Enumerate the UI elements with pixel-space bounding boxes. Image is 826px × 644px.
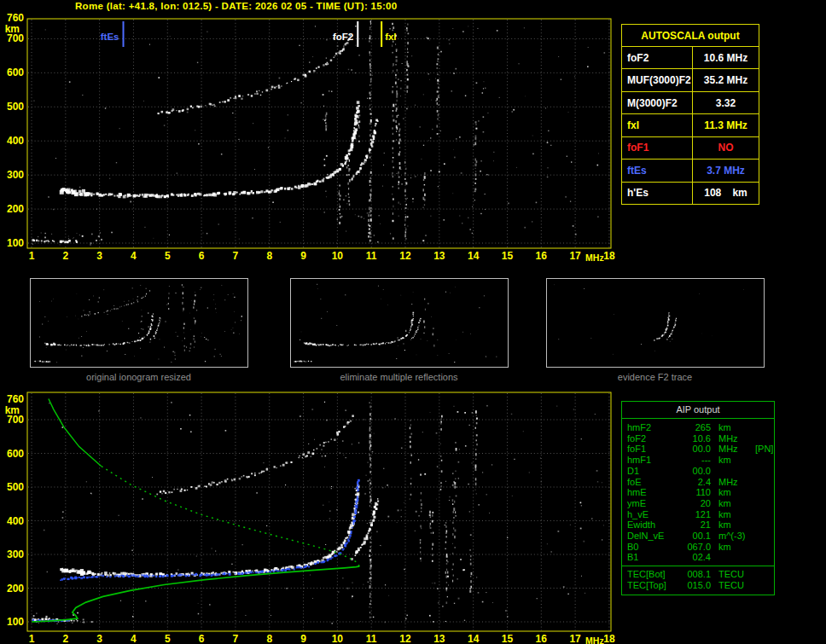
autoscala-output-table: AUTOSCALA output foF210.6 MHzMUF(3000)F2… <box>621 24 759 205</box>
svg-text:400: 400 <box>7 135 24 147</box>
thumbnail-plot-0 <box>31 279 248 368</box>
aip-row-B0: B0067.0km <box>622 542 774 553</box>
svg-text:300: 300 <box>7 548 24 560</box>
svg-text:200: 200 <box>7 203 24 215</box>
svg-text:100: 100 <box>7 616 24 628</box>
aip-row-hmF2: hmF2265km <box>622 422 774 433</box>
aip-tec-rows: TEC[Bot]008.1TECUTEC[Top]015.0TECU <box>622 569 774 590</box>
svg-text:200: 200 <box>7 583 24 595</box>
thumbnail-plot-1 <box>291 279 509 368</box>
thumbnail-caption-original: original ionogram resized <box>30 372 247 382</box>
aip-row-foF2: foF210.6MHz <box>622 433 774 444</box>
aip-row-hmE: hmE110km <box>622 487 774 498</box>
aip-row-foE: foE2.4MHz <box>622 477 774 488</box>
aip-row-DelN_vE: DelN_vE00.1m^(-3) <box>622 531 774 542</box>
svg-text:14: 14 <box>468 633 480 644</box>
svg-text:12: 12 <box>399 250 411 262</box>
svg-text:16: 16 <box>536 250 548 262</box>
svg-text:7: 7 <box>233 633 239 644</box>
autoscala-row-MUF(3000)F2: MUF(3000)F235.2 MHz <box>622 69 759 91</box>
autoscala-param-value: 3.7 MHz <box>693 160 759 181</box>
autoscala-param-name: ftEs <box>622 160 693 181</box>
thumbnail-caption-eliminate: eliminate multiple reflections <box>290 372 508 382</box>
svg-text:8: 8 <box>266 633 272 644</box>
aip-row-ymE: ymE20km <box>622 498 774 509</box>
svg-text:14: 14 <box>468 250 480 262</box>
svg-text:MHz: MHz <box>585 252 604 263</box>
aip-table-title: AIP output <box>622 402 774 419</box>
aip-row-Ewidth: Ewidth21km <box>622 519 774 531</box>
thumbnail-plot-2 <box>547 279 765 368</box>
svg-text:18: 18 <box>603 250 615 262</box>
autoscala-window: Rome (lat: +41.8, lon: 012.5) - DATE: 20… <box>0 0 826 644</box>
svg-text:9: 9 <box>300 250 306 262</box>
electron-density-profile-topside-dotted <box>102 467 360 566</box>
autoscala-param-value: 10.6 MHz <box>693 47 759 68</box>
svg-text:100: 100 <box>7 237 24 249</box>
aip-tec-divider <box>622 566 774 566</box>
svg-text:7: 7 <box>233 250 239 262</box>
aip-row-D1: D100.0 <box>622 466 774 477</box>
autoscala-param-value: 3.32 <box>693 92 759 113</box>
aip-output-table: AIP output hmF2265kmfoF210.6MHzfoF100.0M… <box>621 401 775 595</box>
svg-text:2: 2 <box>62 250 68 262</box>
thumbnail-caption-evidence: evidence F2 trace <box>546 372 764 382</box>
svg-text:4: 4 <box>131 633 137 644</box>
svg-text:16: 16 <box>536 633 548 644</box>
aip-row-TEC[Bot]: TEC[Bot]008.1TECU <box>622 569 774 580</box>
svg-text:600: 600 <box>7 448 24 460</box>
svg-text:12: 12 <box>399 633 411 644</box>
autoscala-row-foF2: foF210.6 MHz <box>622 47 759 69</box>
svg-text:10: 10 <box>332 633 344 644</box>
svg-text:400: 400 <box>7 515 24 527</box>
svg-text:760: 760 <box>7 12 24 24</box>
svg-text:11: 11 <box>366 633 377 644</box>
svg-text:1: 1 <box>29 633 35 644</box>
svg-text:600: 600 <box>7 67 24 78</box>
svg-text:13: 13 <box>433 250 445 262</box>
autoscala-param-name: fxI <box>622 114 693 136</box>
svg-text:1: 1 <box>29 250 35 262</box>
autoscala-param-name: foF2 <box>622 47 693 68</box>
autoscala-row-M(3000)F2: M(3000)F23.32 <box>622 92 759 114</box>
aip-row-TEC[Top]: TEC[Top]015.0TECU <box>622 580 774 591</box>
svg-text:4: 4 <box>131 250 137 262</box>
svg-text:km: km <box>5 23 20 35</box>
svg-text:8: 8 <box>266 250 272 262</box>
svg-text:MHz: MHz <box>585 635 604 644</box>
svg-text:5: 5 <box>165 250 171 262</box>
autoscala-param-value: 35.2 MHz <box>693 69 759 90</box>
svg-text:15: 15 <box>502 633 514 644</box>
svg-text:18: 18 <box>603 633 615 644</box>
electron-density-profile-topside-upper <box>49 399 102 467</box>
autoscala-table-rows: foF210.6 MHzMUF(3000)F235.2 MHzM(3000)F2… <box>622 47 759 204</box>
bottom-ionogram-plot: 123456789101112131415161718MHz7607006005… <box>5 392 615 644</box>
svg-text:13: 13 <box>433 633 445 644</box>
svg-text:15: 15 <box>502 250 514 262</box>
top-ionogram-plot: 123456789101112131415161718MHz7607006005… <box>5 12 615 263</box>
svg-text:17: 17 <box>569 633 581 644</box>
svg-text:500: 500 <box>7 481 24 493</box>
svg-text:760: 760 <box>7 393 24 405</box>
autoscala-row-foF1: foF1NO <box>622 137 759 160</box>
autoscala-row-fxI: fxI11.3 MHz <box>622 114 759 136</box>
svg-text:3: 3 <box>96 633 102 644</box>
svg-text:11: 11 <box>366 250 377 262</box>
autoscala-row-ftEs: ftEs3.7 MHz <box>622 160 759 182</box>
svg-text:km: km <box>5 404 20 416</box>
svg-text:9: 9 <box>300 633 306 644</box>
svg-text:10: 10 <box>332 250 344 262</box>
svg-text:2: 2 <box>62 633 68 644</box>
svg-text:6: 6 <box>199 250 205 262</box>
aip-row-h_vE: h_vE121km <box>622 509 774 520</box>
ftEs-marker-label: ftEs <box>101 32 119 42</box>
svg-text:5: 5 <box>165 633 171 644</box>
autoscala-row-h'Es: h'Es108km <box>622 183 759 204</box>
aip-row-foF1: foF100.0MHz[PN] <box>622 444 774 455</box>
aip-row-hmF1: hmF1---km <box>622 455 774 466</box>
autoscala-param-value: 11.3 MHz <box>693 114 759 136</box>
fxI-marker-label: fxI <box>385 32 396 42</box>
aip-row-B1: B102.4 <box>622 552 774 563</box>
autoscala-param-name: MUF(3000)F2 <box>622 69 693 90</box>
svg-text:6: 6 <box>199 633 205 644</box>
